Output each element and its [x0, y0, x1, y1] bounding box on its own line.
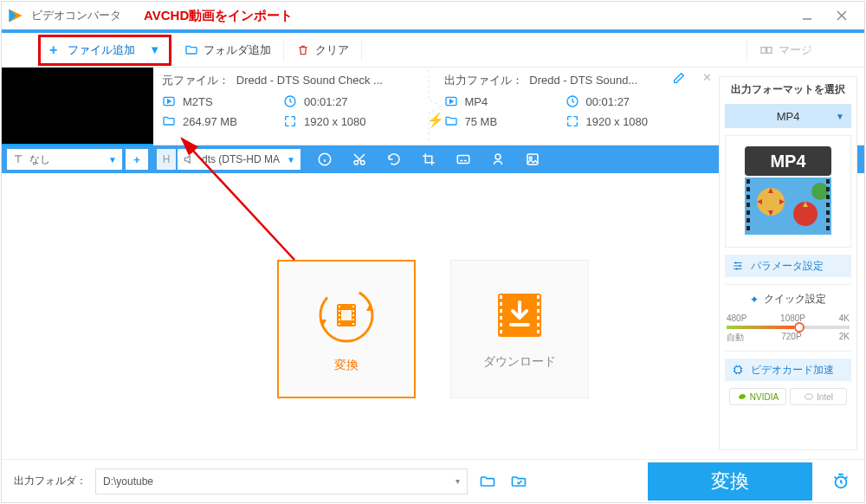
nvidia-label: NVIDIA — [750, 392, 779, 402]
chevron-down-icon: ▾ — [456, 476, 460, 486]
slider-tick: 4K — [839, 313, 850, 323]
svg-rect-58 — [826, 187, 830, 191]
toolbar: + ファイル追加 ▼ フォルダ追加 クリア マージ — [2, 33, 864, 68]
source-column: 元ファイル： Dredd - DTS Sound Check ... M2TS … — [153, 68, 436, 145]
output-duration: 00:01:27 — [586, 95, 630, 108]
convert-card[interactable]: 変換 — [277, 260, 416, 398]
svg-rect-60 — [826, 203, 830, 207]
hardware-toggle[interactable]: H — [157, 149, 176, 170]
add-subtitle-button[interactable]: + — [126, 149, 148, 170]
audio-track-label: dts (DTS-HD MA — [202, 153, 280, 165]
subtitle-select[interactable]: なし ▼ — [7, 149, 122, 170]
bottom-bar: 出力フォルダ： D:\youtube ▾ 変換 — [2, 459, 864, 502]
svg-rect-26 — [352, 306, 354, 307]
trash-icon — [296, 43, 310, 57]
add-file-label: ファイル追加 — [68, 42, 135, 58]
remove-file-button[interactable]: ✕ — [702, 71, 712, 84]
video-thumbnail[interactable] — [2, 68, 153, 145]
quick-settings-label: クイック設定 — [764, 292, 826, 307]
slider-tick: 720P — [781, 332, 801, 344]
browse-folder-button[interactable] — [507, 470, 530, 493]
clear-label: クリア — [315, 42, 349, 58]
output-folder-path: D:\youtube — [103, 475, 153, 488]
gear-icon: ✦ — [750, 294, 759, 306]
svg-rect-25 — [339, 323, 340, 325]
svg-rect-30 — [352, 323, 354, 325]
format-thumbnail[interactable]: MP4 — [725, 135, 851, 248]
sliders-icon — [732, 260, 744, 272]
svg-rect-12 — [457, 156, 469, 164]
svg-rect-37 — [500, 330, 502, 333]
svg-rect-41 — [537, 316, 540, 320]
chevron-down-icon: ▼ — [108, 155, 117, 165]
clear-button[interactable]: クリア — [284, 33, 361, 68]
svg-rect-34 — [500, 309, 502, 313]
svg-rect-63 — [826, 226, 830, 230]
svg-point-13 — [495, 154, 501, 159]
output-resolution: 1920 x 1080 — [586, 115, 649, 128]
chip-icon — [732, 364, 744, 376]
download-card-label: ダウンロード — [483, 354, 556, 370]
plus-icon: + — [49, 42, 57, 58]
add-folder-label: フォルダ追加 — [204, 42, 271, 58]
gpu-accel-label: ビデオカード加速 — [751, 363, 834, 378]
merge-button[interactable]: マージ — [747, 33, 864, 68]
subtitle-label: なし — [29, 152, 50, 167]
merge-icon — [759, 43, 773, 57]
edit-output-button[interactable] — [672, 71, 686, 87]
right-sidebar: 出力フォーマットを選択 MP4 ▼ MP4 パラメータ設定 ✦ クイック設定 4… — [719, 76, 857, 450]
format-select[interactable]: MP4 ▼ — [725, 104, 851, 128]
download-card[interactable]: ダウンロード — [450, 260, 589, 398]
svg-rect-59 — [826, 195, 830, 199]
svg-rect-62 — [826, 218, 830, 223]
crop-tool[interactable] — [411, 145, 446, 173]
gpu-accel-button[interactable]: ビデオカード加速 — [725, 359, 851, 381]
audio-track-select[interactable]: dts (DTS-HD MA ▼ — [178, 149, 301, 170]
svg-rect-55 — [746, 218, 750, 223]
minimize-button[interactable] — [790, 3, 824, 29]
svg-rect-56 — [746, 226, 750, 230]
open-folder-button[interactable] — [476, 470, 499, 493]
subtitle-tool[interactable] — [446, 145, 481, 173]
output-folder-input[interactable]: D:\youtube ▾ — [95, 468, 468, 494]
rotate-tool[interactable] — [377, 145, 411, 173]
svg-rect-27 — [352, 310, 354, 312]
resolution-icon — [283, 114, 297, 128]
svg-rect-40 — [537, 309, 540, 313]
svg-rect-64 — [735, 367, 741, 373]
quality-slider[interactable]: 480P 1080P 4K 自動 720P 2K — [725, 313, 851, 344]
source-title: Dredd - DTS Sound Check ... — [236, 74, 383, 87]
source-resolution: 1920 x 1080 — [304, 115, 366, 128]
convert-button-label: 変換 — [711, 468, 749, 494]
folder-icon — [162, 114, 176, 128]
intel-badge: Intel — [790, 388, 847, 405]
slider-tick: 480P — [727, 313, 746, 323]
annotation-title: AVCHD動画をインポート — [144, 8, 293, 24]
app-logo — [7, 7, 24, 24]
nvidia-badge: NVIDIA — [729, 388, 786, 405]
schedule-button[interactable] — [830, 470, 852, 493]
svg-rect-3 — [761, 47, 766, 53]
add-file-button[interactable]: + ファイル追加 ▼ — [38, 35, 171, 66]
clock-icon — [283, 94, 297, 108]
svg-rect-39 — [537, 302, 540, 306]
quick-settings-header: ✦ クイック設定 — [725, 292, 851, 307]
svg-rect-43 — [537, 330, 540, 333]
add-folder-button[interactable]: フォルダ追加 — [172, 33, 283, 68]
info-tool[interactable] — [307, 145, 342, 173]
cut-tool[interactable] — [342, 145, 377, 173]
parameter-settings-button[interactable]: パラメータ設定 — [725, 255, 851, 277]
chevron-down-icon: ▼ — [149, 43, 160, 56]
effect-tool[interactable] — [481, 145, 515, 173]
convert-button[interactable]: 変換 — [648, 462, 812, 501]
watermark-tool[interactable] — [515, 145, 550, 173]
source-format: M2TS — [183, 95, 213, 108]
slider-tick: 自動 — [727, 332, 744, 344]
svg-point-65 — [805, 394, 813, 399]
svg-rect-20 — [341, 310, 352, 320]
svg-rect-24 — [339, 319, 340, 320]
parameter-settings-label: パラメータ設定 — [751, 259, 824, 274]
titlebar: ビデオコンバータ AVCHD動画をインポート — [2, 2, 864, 33]
folder-icon — [184, 43, 198, 57]
close-button[interactable] — [824, 3, 859, 29]
